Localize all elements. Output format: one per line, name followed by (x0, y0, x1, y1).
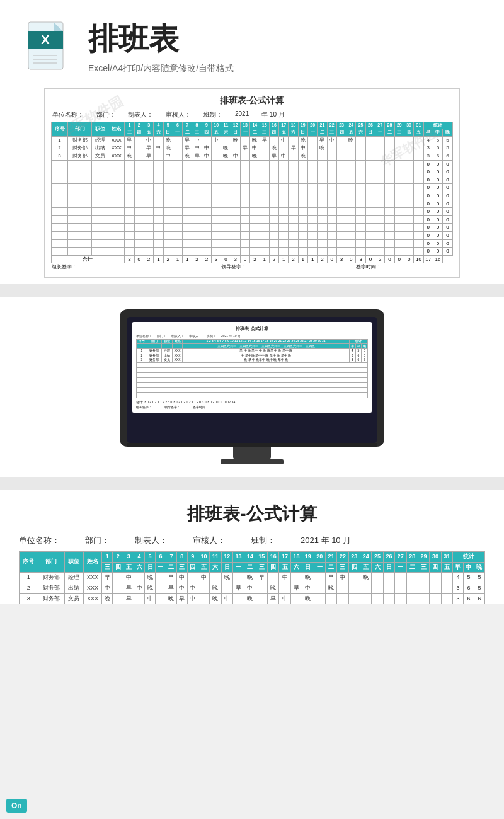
schedule-table-top: 序号 部门 职位 姓名 1 2 3 4 5 6 7 8 9 10 11 12 (51, 122, 453, 271)
bottom-section: 排班表-公式计算 单位名称： 部门： 制表人： 审核人： 班制： 2021 年 … (0, 490, 504, 604)
bottom-table-row: 3财务部文员XXX晚早中晚早中晚中晚早中晚366 (20, 593, 485, 604)
monitor-bezel-bottom (127, 443, 377, 447)
bottom-company: 单位名称： (19, 535, 60, 546)
mini-sign-row: 合计: 3 0 2 1 2 1 1 2 2 3 0 3 0 2 1 2 1 2 … (136, 400, 368, 404)
th-dept: 部门 (68, 122, 92, 137)
mini-footer: 组长签字： 领导签字： 签字时间： (136, 405, 368, 409)
gray-separator-2 (0, 477, 504, 490)
gray-separator-1 (0, 284, 504, 297)
empty-row: 000 (52, 184, 453, 192)
bottom-table-row: 1财务部经理XXX早中晚早中中晚晚早中晚早中晚455 (20, 573, 485, 583)
top-header: X 排班表 Excel/A4打印/内容随意修改/自带格式 (0, 0, 504, 88)
empty-row: 000 (52, 176, 453, 184)
empty-row: 000 (52, 248, 453, 256)
mini-row-2: 2 财务部 出纳 XXX 中 早中晚 早中中 晚 早中 晚 早中 晚 3 6 5 (137, 353, 368, 358)
mini-meta: 单位名称： 部门： 制表人： 审核人： 班制： 2021 年 10 月 (136, 334, 368, 338)
empty-row: 000 (52, 160, 453, 168)
bottom-title: 排班表-公式计算 (19, 502, 485, 526)
page-subtitle: Excel/A4打印/内容随意修改/自带格式 (88, 63, 479, 74)
empty-row: 000 (52, 215, 453, 224)
th-pos: 职位 (92, 122, 108, 137)
empty-row: 000 (52, 200, 453, 208)
bottom-dept: 部门： (85, 535, 110, 546)
empty-row: 000 (52, 239, 453, 248)
monitor-section: 排班表-公式计算 单位名称： 部门： 制表人： 审核人： 班制： 2021 年 … (0, 297, 504, 477)
monitor-outer: 排班表-公式计算 单位名称： 部门： 制表人： 审核人： 班制： 2021 年 … (120, 309, 384, 447)
company-label: 单位名称： (52, 110, 84, 119)
mini-sheet-title: 排班表-公式计算 (136, 326, 368, 332)
bottom-maker: 制表人： (135, 535, 168, 546)
monitor-screen-inner: 排班表-公式计算 单位名称： 部门： 制表人： 审核人： 班制： 2021 年 … (132, 322, 372, 413)
table-row: 2 财务部 出纳 XXX中早中晚早中中晚早中晚早中晚3 6 5 (52, 144, 453, 152)
mini-row-3: 3 财务部 文员 XXX 晚 早 中 晚早中 晚中 晚 早中 晚 3 6 6 (137, 358, 368, 363)
monitor-stand-bottom (220, 459, 284, 464)
table-row: 3 财务部 文员 XXX晚早中晚早中晚中晚早中晚3 6 6 (52, 152, 453, 160)
bottom-schedule-table: 序号 部门 职位 姓名 1 2 3 4 5 6 7 8 9 10 11 12 1… (19, 551, 485, 604)
bottom-reviewer: 审核人： (193, 535, 226, 546)
on-badge: On (6, 799, 27, 813)
bottom-meta: 单位名称： 部门： 制表人： 审核人： 班制： 2021 年 10 月 (19, 535, 485, 546)
controlled-label: 班制： (203, 110, 222, 119)
month-label: 年 10 月 (261, 110, 285, 119)
page-main-title: 排班表 (88, 19, 479, 59)
empty-row: 000 (52, 224, 453, 232)
empty-row: 000 (52, 168, 453, 176)
empty-row: 000 (52, 208, 453, 216)
monitor-screen: 排班表-公式计算 单位名称： 部门： 制表人： 审核人： 班制： 2021 年 … (127, 317, 377, 443)
meta-row-top: 单位名称： 部门： 制表人： 审核人： 班制： 2021 年 10 月 (51, 110, 453, 119)
excel-icon: X (25, 19, 76, 76)
total-row: 合计:302121122303021212112030302000101716 (52, 255, 453, 263)
empty-row: 000 (52, 231, 453, 239)
bottom-date: 2021 年 10 月 (301, 535, 351, 546)
th-seq: 序号 (52, 122, 68, 137)
monitor-stand-top (233, 447, 271, 459)
mini-schedule-table: 序号 部门 职位 姓名 1 2 3 4 5 6 7 8 9 10 11 12 1… (136, 339, 368, 399)
title-area: 排班表 Excel/A4打印/内容随意修改/自带格式 (88, 19, 479, 74)
bottom-ctrl: 班制： (251, 535, 275, 546)
monitor-wrapper: 排班表-公式计算 单位名称： 部门： 制表人： 审核人： 班制： 2021 年 … (120, 309, 384, 464)
reviewer-label: 审核人： (166, 110, 191, 119)
sign-row: 组长签字： 领导签字： 签字时间： (52, 263, 453, 271)
svg-text:X: X (41, 33, 50, 47)
empty-row: 000 (52, 192, 453, 200)
mini-row-1: 1 财务部 经理 XXX 早 中 晚 早中 中 晚 晚早 中 晚 早中 晚 4 … (137, 348, 368, 353)
spreadsheet-title: 排班表-公式计算 (51, 95, 453, 106)
dept-label: 部门： (96, 110, 115, 119)
table-row: 1 财务部 经理 XXX早中晚早中中晚晚早中晚早中晚4 5 5 (52, 136, 453, 144)
th-name: 姓名 (108, 122, 125, 137)
spreadsheet-top: 华军软件园 华军软件园 排班表-公式计算 单位名称： 部门： 制表人： 审核人：… (44, 88, 460, 278)
year-label: 2021 (235, 110, 249, 119)
maker-label: 制表人： (128, 110, 153, 119)
bottom-table-row: 2财务部出纳XXX中早中晚早中中晚早中晚早中晚365 (20, 583, 485, 593)
